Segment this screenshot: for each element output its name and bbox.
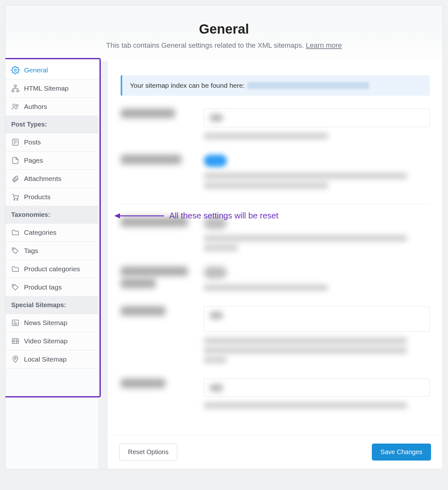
sitemap-url-redacted: [247, 82, 369, 89]
sidebar-group-special: Special Sitemaps:: [5, 297, 98, 314]
main-content: Your sitemap index can be found here:: [108, 61, 443, 469]
sidebar-group-taxonomies: Taxonomies:: [5, 206, 98, 224]
svg-point-22: [14, 357, 16, 359]
page-header: General This tab contains General settin…: [5, 5, 443, 61]
blurred-label: [121, 266, 188, 276]
cart-icon: [11, 193, 20, 201]
sidebar-item-label: Attachments: [24, 175, 61, 183]
tag-icon: [11, 283, 20, 291]
blurred-help: [204, 284, 328, 291]
sidebar-item-label: News Sitemap: [24, 319, 67, 327]
blurred-label: [121, 109, 175, 118]
settings-sidebar: General HTML Sitemap Authors Post Types:: [5, 61, 98, 469]
blurred-toggle[interactable]: [204, 155, 227, 167]
svg-point-13: [13, 285, 14, 286]
sidebar-item-general[interactable]: General: [5, 61, 98, 79]
svg-point-10: [14, 199, 15, 200]
sidebar-item-authors[interactable]: Authors: [5, 98, 98, 116]
sidebar-item-pages[interactable]: Pages: [5, 151, 98, 170]
svg-rect-1: [14, 85, 17, 86]
sidebar-item-label: Tags: [24, 247, 38, 255]
gear-icon: [11, 66, 20, 74]
sidebar-item-label: Pages: [24, 157, 43, 164]
post-icon: [11, 138, 20, 146]
save-changes-button[interactable]: Save Changes: [372, 444, 431, 461]
blurred-input[interactable]: [204, 379, 430, 396]
annotation-text: All these settings will be reset: [169, 211, 278, 221]
folder-icon: [11, 265, 20, 273]
blurred-help: [204, 402, 407, 409]
learn-more-link[interactable]: Learn more: [306, 41, 342, 49]
sidebar-item-categories[interactable]: Categories: [5, 224, 98, 242]
blurred-label: [121, 379, 165, 388]
sidebar-item-local-sitemap[interactable]: Local Sitemap: [5, 350, 98, 369]
blurred-help: [204, 182, 328, 189]
blurred-label: [121, 306, 165, 316]
blurred-help: [204, 173, 407, 179]
location-icon: [11, 355, 20, 363]
blurred-help: [204, 338, 407, 344]
paperclip-icon: [11, 175, 20, 183]
sidebar-item-posts[interactable]: Posts: [5, 133, 98, 151]
sidebar-item-label: HTML Sitemap: [24, 85, 68, 92]
annotation-reset: All these settings will be reset: [114, 211, 278, 221]
sidebar-item-label: General: [24, 66, 48, 74]
sitemap-index-notice: Your sitemap index can be found here:: [121, 75, 430, 96]
sidebar-item-products[interactable]: Products: [5, 188, 98, 206]
sidebar-item-label: Products: [24, 193, 51, 201]
sidebar-group-post-types: Post Types:: [5, 116, 98, 133]
sidebar-item-label: Categories: [24, 229, 57, 236]
sidebar-item-label: Product categories: [24, 265, 80, 273]
news-icon: [11, 319, 20, 327]
sidebar-item-product-tags[interactable]: Product tags: [5, 278, 98, 297]
svg-point-4: [13, 104, 15, 107]
sidebar-item-label: Product tags: [24, 283, 62, 291]
blurred-label: [121, 155, 181, 164]
blurred-help: [204, 245, 238, 251]
sidebar-item-label: Posts: [24, 138, 41, 146]
page-icon: [11, 156, 20, 165]
svg-rect-3: [17, 90, 19, 92]
separator: [121, 204, 430, 204]
sidebar-item-label: Local Sitemap: [24, 355, 67, 363]
page-title: General: [12, 21, 436, 37]
video-icon: [11, 337, 20, 345]
blurred-input[interactable]: [204, 109, 430, 127]
sidebar-item-video-sitemap[interactable]: Video Sitemap: [5, 332, 98, 350]
people-icon: [11, 102, 20, 111]
page-subtitle: This tab contains General settings relat…: [12, 41, 436, 50]
blurred-help: [204, 235, 407, 241]
svg-point-5: [16, 105, 18, 107]
blurred-textarea[interactable]: [204, 306, 430, 332]
svg-point-12: [13, 249, 14, 249]
blurred-help: [204, 133, 328, 139]
sidebar-item-tags[interactable]: Tags: [5, 242, 98, 260]
reset-options-button[interactable]: Reset Options: [119, 444, 177, 461]
blurred-help: [204, 357, 227, 363]
svg-rect-2: [12, 90, 14, 92]
svg-marker-24: [114, 213, 120, 218]
sitemap-icon: [11, 84, 20, 93]
arrow-left-icon: [114, 212, 165, 220]
svg-point-11: [17, 199, 18, 200]
folder-icon: [11, 228, 20, 237]
blurred-label: [121, 279, 156, 288]
sidebar-item-html-sitemap[interactable]: HTML Sitemap: [5, 79, 98, 98]
blurred-help: [204, 347, 407, 354]
notice-text: Your sitemap index can be found here:: [130, 82, 245, 89]
sidebar-item-attachments[interactable]: Attachments: [5, 170, 98, 188]
tag-icon: [11, 247, 20, 255]
svg-rect-14: [12, 320, 19, 325]
sidebar-item-product-categories[interactable]: Product categories: [5, 260, 98, 278]
sidebar-item-label: Video Sitemap: [24, 337, 68, 345]
footer-actions: Reset Options Save Changes: [108, 435, 443, 469]
sidebar-item-news-sitemap[interactable]: News Sitemap: [5, 314, 98, 332]
svg-point-0: [14, 69, 17, 71]
blurred-toggle[interactable]: [204, 266, 227, 279]
sidebar-item-label: Authors: [24, 103, 47, 110]
